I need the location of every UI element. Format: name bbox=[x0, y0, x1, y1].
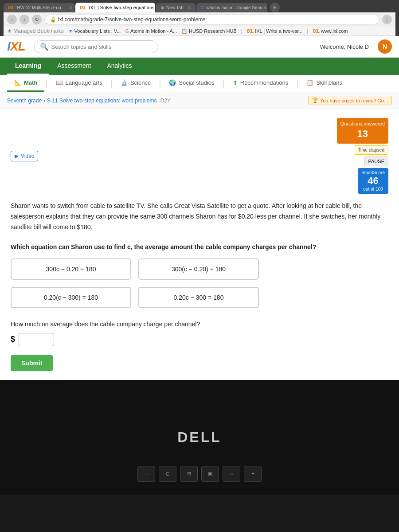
questions-answered: Questions answered 13 bbox=[337, 118, 388, 144]
tab-google[interactable]: G what is major - Google Search ✕ bbox=[196, 3, 267, 12]
search-input[interactable] bbox=[51, 43, 153, 50]
breadcrumb-sep1: › bbox=[43, 98, 45, 104]
pipe-sep2: | bbox=[307, 28, 309, 34]
address-bar: ‹ › ↻ 🔒 ixl.com/math/grade-7/solve-two-s… bbox=[4, 12, 395, 27]
subject-recommendations[interactable]: ⬆ Recommendations bbox=[226, 75, 295, 92]
ixl-write-icon: IXL bbox=[247, 29, 254, 34]
dollar-sign: $ bbox=[11, 335, 15, 344]
followup-text: How much on average does the cable compa… bbox=[11, 321, 388, 328]
key-circle: ○ bbox=[223, 466, 240, 482]
choice-4[interactable]: 0.20c − 300 = 180 bbox=[138, 287, 259, 308]
pause-button[interactable]: PAUSE bbox=[364, 156, 388, 166]
subject-tabs: 📐 Math | 📖 Language arts | 🔬 Science | 🌍… bbox=[0, 75, 399, 92]
choice-2[interactable]: 300(c − 0.20) = 180 bbox=[138, 258, 259, 280]
key-square: ⊞ bbox=[180, 466, 198, 482]
reload-button[interactable]: ↻ bbox=[32, 15, 42, 24]
science-icon: 🔬 bbox=[121, 79, 128, 86]
question-area: ▶ Video Questions answered 13 Time elaps… bbox=[0, 109, 399, 380]
extensions-button[interactable]: ⋮ bbox=[382, 15, 392, 24]
subject-skill-plans[interactable]: 📋 Skill plans bbox=[299, 75, 349, 92]
key-c: C bbox=[159, 466, 176, 482]
bookmark-ixl-www[interactable]: IXL www.ixl.com bbox=[313, 28, 348, 34]
sep1: | bbox=[44, 78, 48, 89]
submit-button[interactable]: Submit bbox=[11, 355, 53, 371]
right-panel-top: Questions answered 13 Time elapsed PAUSE… bbox=[337, 118, 388, 194]
search-box[interactable]: 🔍 bbox=[34, 40, 158, 53]
bookmark-atoms[interactable]: G Atoms In Motion - A... bbox=[125, 28, 177, 34]
tab-analytics[interactable]: Analytics bbox=[99, 58, 140, 75]
key-pipe: ▣ bbox=[201, 466, 219, 482]
language-arts-icon: 📖 bbox=[56, 79, 63, 86]
breadcrumb-skill[interactable]: S.11 Solve two-step equations: word prob… bbox=[47, 98, 156, 104]
forward-button[interactable]: › bbox=[20, 15, 29, 24]
video-play-icon: ▶ bbox=[15, 153, 19, 159]
key-arrow: → bbox=[137, 466, 155, 482]
key-star: ✦ bbox=[244, 466, 262, 482]
choice-1[interactable]: 300c − 0.20 = 180 bbox=[11, 258, 131, 280]
tab-newtab[interactable]: ⊕ New Tab ✕ bbox=[156, 3, 196, 12]
sep4: | bbox=[222, 78, 226, 89]
recommendations-icon: ⬆ bbox=[233, 79, 238, 86]
close-tab-newtab[interactable]: ✕ bbox=[188, 5, 191, 10]
skill-plans-icon: 📋 bbox=[306, 79, 313, 86]
dollar-input-row: $ bbox=[11, 333, 388, 346]
smartscore-box: SmartScore 46 out of 100 bbox=[358, 168, 388, 194]
prize-banner[interactable]: 🏆 You have prizes to reveal! Go... bbox=[308, 96, 392, 105]
choice-3[interactable]: 0.20(c − 300) = 180 bbox=[11, 287, 131, 308]
address-box[interactable]: 🔒 ixl.com/math/grade-7/solve-two-step-eq… bbox=[44, 15, 379, 24]
bookmark-vocab[interactable]: ▼ Vocabulary Lists : V... bbox=[68, 28, 121, 34]
keyboard-row: → C ⊞ ▣ ○ ✦ bbox=[137, 466, 262, 482]
subject-social-studies[interactable]: 🌍 Social studies bbox=[162, 75, 221, 92]
time-elapsed: Time elapsed bbox=[354, 145, 388, 155]
social-studies-icon: 🌍 bbox=[169, 79, 176, 86]
browser-chrome: IXL HW 12 Multi-Step Equ... ✕ IXL IXL | … bbox=[0, 0, 399, 36]
bookmark-ixl-write[interactable]: IXL IXL | Write a two-var... bbox=[247, 28, 303, 34]
dollar-input[interactable] bbox=[19, 333, 54, 346]
vocab-icon: ▼ bbox=[68, 28, 73, 34]
search-icon: 🔍 bbox=[40, 43, 49, 51]
dell-logo: DELL bbox=[177, 429, 222, 446]
bookmarks-label: ★ Managed Bookmarks bbox=[7, 28, 64, 34]
ixl-header: IXL 🔍 Welcome, Nicole D N bbox=[0, 36, 399, 58]
breadcrumb: Seventh grade › S.11 Solve two-step equa… bbox=[0, 92, 399, 109]
new-tab-button[interactable]: + bbox=[270, 3, 280, 12]
sep2: | bbox=[110, 78, 113, 89]
tab-hw12[interactable]: IXL HW 12 Multi-Step Equ... ✕ bbox=[4, 3, 74, 12]
atoms-icon: G bbox=[125, 28, 129, 34]
problem-text: Sharon wants to switch from cable to sat… bbox=[11, 201, 388, 232]
answer-choices: 300c − 0.20 = 180 300(c − 0.20) = 180 0.… bbox=[11, 258, 259, 308]
trophy-icon: 🏆 bbox=[312, 98, 318, 103]
controls-row: ▶ Video Questions answered 13 Time elaps… bbox=[11, 118, 388, 194]
nav-tabs: Learning Assessment Analytics bbox=[0, 58, 399, 75]
lock-icon: 🔒 bbox=[50, 17, 56, 23]
avatar: N bbox=[378, 39, 392, 54]
main-content: ▶ Video Questions answered 13 Time elaps… bbox=[0, 109, 399, 380]
bookmark-husd[interactable]: 📋 HUSD Research HUB bbox=[181, 28, 237, 34]
husd-icon: 📋 bbox=[181, 28, 188, 34]
subject-math[interactable]: 📐 Math bbox=[7, 75, 44, 92]
back-button[interactable]: ‹ bbox=[7, 15, 17, 24]
tab-ixl-active[interactable]: IXL IXL | Solve two-step equations: w...… bbox=[75, 3, 155, 12]
tab-assessment[interactable]: Assessment bbox=[49, 58, 99, 75]
tab-bar: IXL HW 12 Multi-Step Equ... ✕ IXL IXL | … bbox=[4, 3, 395, 12]
ixl-www-icon: IXL bbox=[313, 29, 320, 34]
breadcrumb-level: D2Y bbox=[160, 98, 171, 104]
keyboard-area: DELL → C ⊞ ▣ ○ ✦ bbox=[0, 380, 399, 495]
question-text: Which equation can Sharon use to find c,… bbox=[11, 243, 388, 250]
breadcrumb-grade[interactable]: Seventh grade bbox=[7, 98, 42, 104]
sep5: | bbox=[295, 78, 299, 89]
sep3: | bbox=[158, 78, 162, 89]
subject-language-arts[interactable]: 📖 Language arts bbox=[49, 75, 110, 92]
subject-science[interactable]: 🔬 Science bbox=[113, 75, 158, 92]
close-tab-hw12[interactable]: ✕ bbox=[69, 5, 72, 10]
pipe-sep1: | bbox=[241, 28, 243, 34]
tab-learning[interactable]: Learning bbox=[7, 58, 49, 75]
video-button[interactable]: ▶ Video bbox=[11, 151, 38, 161]
bookmarks-bar: ★ Managed Bookmarks ▼ Vocabulary Lists :… bbox=[4, 27, 395, 36]
welcome-text: Welcome, Nicole D bbox=[320, 43, 369, 50]
ixl-logo: IXL bbox=[7, 39, 25, 54]
ixl-app: IXL 🔍 Welcome, Nicole D N Learning Asses… bbox=[0, 36, 399, 380]
math-icon: 📐 bbox=[14, 79, 21, 86]
